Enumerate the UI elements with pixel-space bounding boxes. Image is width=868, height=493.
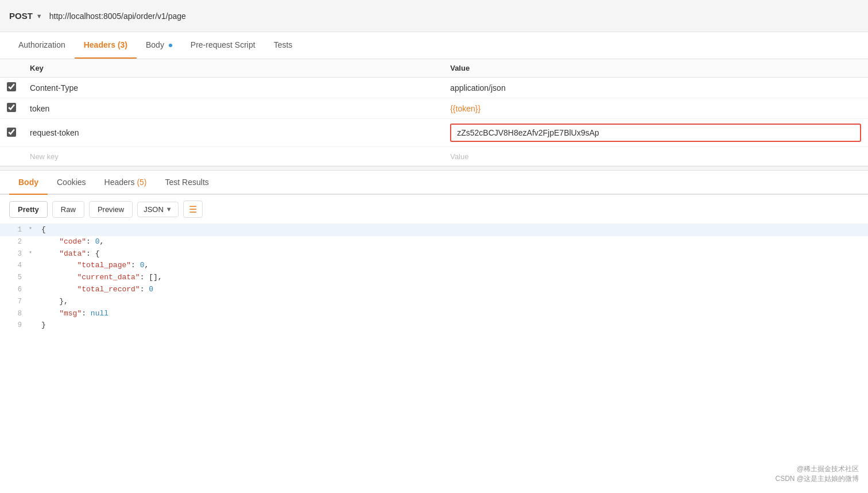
headers-badge: (3) [118, 40, 127, 49]
row3-key[interactable]: request-token [23, 119, 443, 147]
code-line-2: 2 "code": 0, [0, 236, 868, 248]
table-row: request-token zZs52cBCJV8H8ezAfv2FjpE7Bl… [0, 119, 868, 147]
format-chevron-icon: ▼ [166, 206, 172, 213]
format-toolbar: Pretty Raw Preview JSON ▼ ☰ [0, 195, 868, 224]
col-value: Value [443, 59, 868, 78]
row2-key[interactable]: token [23, 98, 443, 119]
row2-checkbox[interactable] [7, 103, 16, 112]
request-tabs-row: Authorization Headers (3) Body Pre-reque… [0, 32, 868, 59]
response-tab-headers[interactable]: Headers (5) [95, 171, 156, 195]
new-value-input[interactable]: Value [443, 147, 868, 166]
code-line-6: 6 "total_record": 0 [0, 284, 868, 296]
code-line-3: 3 ▾ "data": { [0, 248, 868, 260]
row1-checkbox[interactable] [7, 82, 16, 91]
tab-authorization[interactable]: Authorization [9, 32, 75, 59]
wrap-icon: ☰ [189, 204, 197, 215]
table-row: Content-Type application/json [0, 78, 868, 98]
response-tabs-row: Body Cookies Headers (5) Test Results [0, 171, 868, 195]
pretty-button[interactable]: Pretty [9, 201, 48, 218]
headers-table: Key Value Content-Type application/json … [0, 59, 868, 166]
body-dot [169, 44, 172, 47]
row3-value[interactable]: zZs52cBCJV8H8ezAfv2FjpE7BlUx9sAp [443, 119, 868, 147]
code-line-4: 4 "total_page": 0, [0, 260, 868, 272]
col-checkbox [0, 59, 23, 78]
method-selector[interactable]: POST ▼ [9, 11, 42, 21]
code-line-1: 1 ▾ { [0, 224, 868, 236]
col-key: Key [23, 59, 443, 78]
preview-button[interactable]: Preview [89, 201, 133, 218]
method-chevron-icon: ▼ [36, 13, 42, 20]
new-key-input[interactable]: New key [23, 147, 443, 166]
tab-tests[interactable]: Tests [265, 32, 302, 59]
tab-body[interactable]: Body [137, 32, 181, 59]
response-headers-badge: (5) [137, 178, 146, 187]
row1-key[interactable]: Content-Type [23, 78, 443, 98]
code-line-5: 5 "current_data": [], [0, 272, 868, 284]
row1-value[interactable]: application/json [443, 78, 868, 98]
raw-button[interactable]: Raw [52, 201, 84, 218]
url-bar: POST ▼ [0, 0, 868, 32]
method-label: POST [9, 11, 33, 21]
code-line-9: 9 } [0, 319, 868, 332]
response-tab-test-results[interactable]: Test Results [156, 171, 218, 195]
url-input[interactable] [49, 11, 859, 21]
table-row: token {{token}} [0, 98, 868, 119]
row3-checkbox[interactable] [7, 128, 16, 137]
format-selector[interactable]: JSON ▼ [137, 202, 179, 217]
row2-value[interactable]: {{token}} [443, 98, 868, 119]
response-tab-body[interactable]: Body [9, 171, 48, 195]
new-key-row: New key Value [0, 147, 868, 166]
section-divider [0, 166, 868, 171]
tab-prerequest[interactable]: Pre-request Script [181, 32, 265, 59]
code-line-8: 8 "msg": null [0, 308, 868, 320]
format-label: JSON [144, 205, 164, 214]
tab-headers[interactable]: Headers (3) [75, 32, 137, 59]
wrap-button[interactable]: ☰ [183, 201, 203, 218]
code-area: 1 ▾ { 2 "code": 0, 3 ▾ "data": { 4 "tota… [0, 224, 868, 332]
code-line-7: 7 }, [0, 296, 868, 308]
response-tab-cookies[interactable]: Cookies [48, 171, 95, 195]
